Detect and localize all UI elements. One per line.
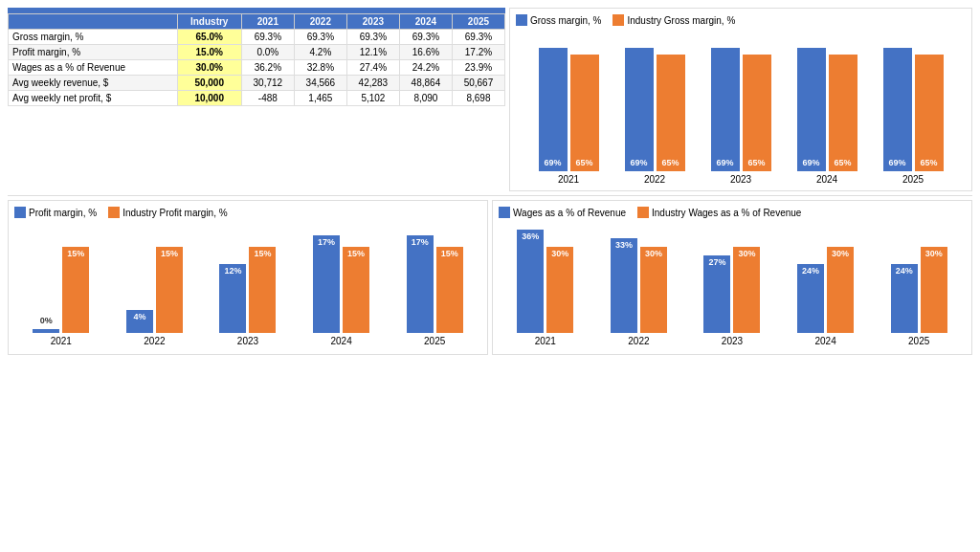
col-label xyxy=(9,14,178,30)
bar-blue-label: 4% xyxy=(133,312,145,321)
bar-group-bottom: 33%30%2022 xyxy=(611,238,667,346)
legend-wages-orange-label: Industry Wages as a % of Revenue xyxy=(652,208,801,218)
bar-blue-label: 0% xyxy=(40,316,53,325)
bar-bottom-blue: 27% xyxy=(703,255,730,333)
year-label: 2021 xyxy=(51,336,72,346)
bar-blue: 69% xyxy=(625,48,654,171)
bar-bottom-blue: 12% xyxy=(219,264,246,333)
year-label: 2023 xyxy=(237,336,258,346)
bar-group: 69%65%2023 xyxy=(711,48,771,185)
wages-legend: Wages as a % of Revenue Industry Wages a… xyxy=(499,207,966,218)
wages-bars: 36%30%202133%30%202227%30%202324%30%2024… xyxy=(499,224,966,348)
kpi-table: Industry 2021 2022 2023 2024 2025 Gross … xyxy=(8,13,505,106)
bar-blue-label: 17% xyxy=(412,237,429,247)
bar-bottom-blue: 17% xyxy=(313,235,340,333)
year-label: 2022 xyxy=(628,336,649,346)
year-label: 2024 xyxy=(814,336,835,346)
bar-bottom-orange: 15% xyxy=(62,247,89,333)
legend-profit-orange: Industry Profit margin, % xyxy=(108,207,227,218)
kpi-cell-3-1: 50,000 xyxy=(177,76,241,91)
kpi-cell-0-1: 65.0% xyxy=(177,30,241,45)
bar-orange-label: 30% xyxy=(645,249,662,258)
main-container: Industry 2021 2022 2023 2024 2025 Gross … xyxy=(0,0,980,552)
bar-bottom-orange: 15% xyxy=(436,247,463,333)
legend-blue-box xyxy=(516,14,527,26)
kpi-cell-0-2: 69.3% xyxy=(241,30,294,45)
legend-profit-blue: Profit margin, % xyxy=(14,207,97,218)
kpi-cell-4-2: -488 xyxy=(241,91,294,106)
gross-bars: 69%65%202169%65%202269%65%202369%65%2024… xyxy=(516,32,966,185)
bar-blue-label: 33% xyxy=(615,240,633,250)
bar-group-bottom: 12%15%2023 xyxy=(219,247,276,346)
year-label: 2025 xyxy=(908,336,929,346)
kpi-cell-4-5: 8,090 xyxy=(399,91,452,106)
bar-group: 69%65%2024 xyxy=(797,48,858,185)
bar-blue-label: 69% xyxy=(802,158,819,167)
bar-orange: 65% xyxy=(570,55,599,171)
bar-blue: 69% xyxy=(711,48,740,171)
bar-blue-label: 69% xyxy=(888,158,905,167)
bar-blue: 69% xyxy=(797,48,826,171)
bar-bottom-blue: 33% xyxy=(611,238,637,333)
bar-bottom-orange: 30% xyxy=(827,247,854,333)
bar-orange-label: 15% xyxy=(347,249,365,258)
kpi-table-container: Industry 2021 2022 2023 2024 2025 Gross … xyxy=(8,8,505,191)
kpi-cell-3-4: 42,283 xyxy=(346,76,399,91)
bar-bottom-blue: 17% xyxy=(407,235,434,333)
bar-group-bottom: 0%15%2021 xyxy=(33,247,89,346)
year-label: 2024 xyxy=(816,174,837,185)
bar-orange-label: 30% xyxy=(551,249,568,258)
bar-group-bottom: 27%30%2023 xyxy=(703,247,760,346)
bar-group: 69%65%2022 xyxy=(625,48,685,185)
bar-group: 69%65%2021 xyxy=(539,48,599,185)
bar-orange-label: 30% xyxy=(925,249,943,258)
bar-orange: 65% xyxy=(915,55,944,171)
bar-orange-label: 15% xyxy=(441,249,458,258)
legend-gross-orange: Industry Gross margin, % xyxy=(612,14,735,26)
legend-wages-blue: Wages as a % of Revenue xyxy=(499,207,626,218)
bar-blue-label: 24% xyxy=(896,266,913,276)
bar-bottom-orange: 30% xyxy=(921,247,947,333)
top-section: Industry 2021 2022 2023 2024 2025 Gross … xyxy=(8,8,972,191)
year-label: 2025 xyxy=(424,336,445,346)
legend-profit-blue-box xyxy=(14,207,26,218)
bar-bottom-blue: 0% xyxy=(33,329,59,333)
profit-margin-chart: Profit margin, % Industry Profit margin,… xyxy=(8,200,488,355)
bar-bottom-blue: 24% xyxy=(797,264,824,333)
kpi-cell-2-4: 27.4% xyxy=(346,60,399,76)
legend-gross-orange-label: Industry Gross margin, % xyxy=(627,15,735,26)
bar-orange-label: 65% xyxy=(834,158,851,167)
year-label: 2023 xyxy=(722,336,743,346)
year-label: 2024 xyxy=(330,336,351,346)
col-2023: 2023 xyxy=(346,14,399,30)
kpi-cell-3-0: Avg weekly revenue, $ xyxy=(9,76,178,91)
bar-group-bottom: 36%30%2021 xyxy=(517,230,573,346)
kpi-cell-0-3: 69.3% xyxy=(294,30,346,45)
kpi-cell-4-1: 10,000 xyxy=(177,91,241,106)
bar-group-bottom: 4%15%2022 xyxy=(126,247,183,346)
bar-bottom-orange: 15% xyxy=(156,247,183,333)
legend-wages-blue-box xyxy=(499,207,510,218)
bar-orange-label: 30% xyxy=(832,249,849,258)
bar-orange-label: 15% xyxy=(254,249,271,258)
bar-bottom-orange: 30% xyxy=(733,247,760,333)
legend-gross-blue: Gross margin, % xyxy=(516,14,601,26)
legend-orange-box xyxy=(612,14,624,26)
bar-blue-label: 24% xyxy=(802,266,819,276)
col-2022: 2022 xyxy=(294,14,346,30)
kpi-cell-1-5: 16.6% xyxy=(399,45,452,60)
kpi-cell-1-2: 0.0% xyxy=(241,45,294,60)
legend-wages-blue-label: Wages as a % of Revenue xyxy=(513,208,626,218)
kpi-cell-1-0: Profit margin, % xyxy=(9,45,178,60)
bar-blue-label: 69% xyxy=(716,158,733,167)
kpi-cell-0-0: Gross margin, % xyxy=(9,30,178,45)
bar-orange: 65% xyxy=(743,55,771,171)
bar-blue-label: 12% xyxy=(224,266,241,276)
legend-wages-orange: Industry Wages as a % of Revenue xyxy=(637,207,801,218)
bar-orange: 65% xyxy=(657,55,685,171)
bar-bottom-orange: 15% xyxy=(343,247,369,333)
bar-orange-label: 15% xyxy=(67,249,84,258)
wages-chart: Wages as a % of Revenue Industry Wages a… xyxy=(492,200,972,355)
bar-orange-label: 30% xyxy=(738,249,755,258)
profit-legend: Profit margin, % Industry Profit margin,… xyxy=(14,207,481,218)
